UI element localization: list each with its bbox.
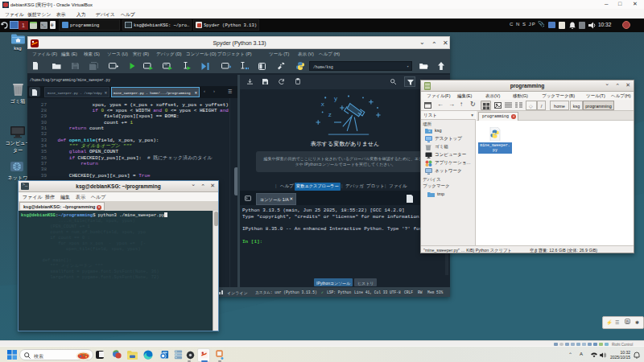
svg-text:x: x (321, 101, 324, 108)
svg-text:y: y (334, 95, 338, 102)
svg-text:z: z (328, 111, 332, 118)
